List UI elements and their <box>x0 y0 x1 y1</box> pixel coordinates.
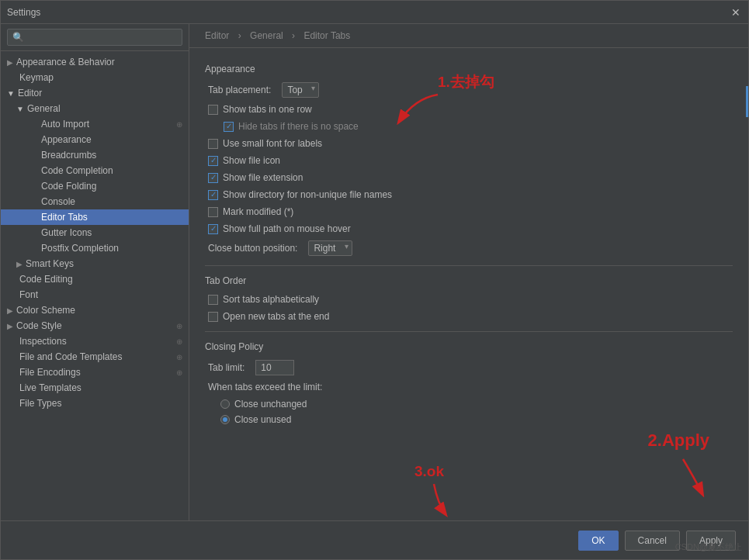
titlebar: Settings ✕ <box>1 1 748 24</box>
settings-window: Settings ✕ ▶ Appearance & Behavior Keyma… <box>0 0 749 560</box>
divider-2 <box>205 331 733 332</box>
show-file-ext-row: Show file extension <box>205 172 733 183</box>
sidebar-item-gutter-icons[interactable]: Gutter Icons <box>1 225 189 240</box>
sort-tabs-row: Sort tabs alphabetically <box>205 294 733 305</box>
sidebar-item-postfix-completion[interactable]: Postfix Completion <box>1 240 189 256</box>
show-file-icon-label: Show file icon <box>223 155 280 166</box>
sidebar-item-smart-keys[interactable]: ▶ Smart Keys <box>1 256 189 271</box>
sidebar-item-code-completion[interactable]: Code Completion <box>1 163 189 178</box>
close-button[interactable]: ✕ <box>730 6 742 19</box>
when-exceed-label: When tabs exceed the limit: <box>208 382 322 392</box>
expand-arrow: ▶ <box>16 260 23 268</box>
sidebar-label: Color Scheme <box>16 305 75 316</box>
show-directory-row: Show directory for non-unique file names <box>205 189 733 200</box>
tab-placement-row: Tab placement: Top <box>205 82 733 98</box>
sort-tabs-label: Sort tabs alphabetically <box>223 294 319 305</box>
close-btn-position-row: Close button position: Right <box>205 240 733 256</box>
small-font-checkbox[interactable] <box>208 139 218 149</box>
expand-arrow: ▼ <box>7 89 15 98</box>
sidebar-item-color-scheme[interactable]: ▶ Color Scheme <box>1 302 189 318</box>
sidebar-icon: ⊕ <box>176 353 182 361</box>
when-exceed-row: When tabs exceed the limit: <box>205 382 733 392</box>
sidebar-item-live-templates[interactable]: Live Templates <box>1 380 189 396</box>
sidebar-item-code-editing[interactable]: Code Editing <box>1 271 189 287</box>
footer: OK Cancel Apply <box>1 520 748 559</box>
sidebar-label: Code Folding <box>41 181 96 192</box>
sidebar-label: Code Style <box>16 320 62 331</box>
cancel-button[interactable]: Cancel <box>625 531 680 551</box>
mark-modified-label: Mark modified (*) <box>223 206 293 217</box>
mark-modified-checkbox[interactable] <box>208 207 218 217</box>
sidebar-label: Code Completion <box>41 165 113 176</box>
sidebar-item-editor[interactable]: ▼ Editor <box>1 85 189 101</box>
expand-arrow: ▼ <box>16 105 24 113</box>
sidebar-item-file-types[interactable]: File Types <box>1 396 189 411</box>
show-file-ext-checkbox[interactable] <box>208 173 218 183</box>
sidebar-item-file-encodings[interactable]: File Encodings ⊕ <box>1 365 189 380</box>
sidebar-item-font[interactable]: Font <box>1 287 189 302</box>
close-btn-dropdown[interactable]: Right <box>308 240 352 256</box>
sidebar-item-auto-import[interactable]: Auto Import ⊕ <box>1 116 189 132</box>
show-full-path-row: Show full path on mouse hover <box>205 223 733 234</box>
sidebar-icon: ⊕ <box>176 322 182 330</box>
tab-limit-label: Tab limit: <box>208 362 244 373</box>
sidebar-label: Appearance <box>41 134 92 145</box>
sidebar-label: Gutter Icons <box>41 227 92 238</box>
show-tabs-checkbox-wrap: Show tabs in one row <box>208 104 312 115</box>
sidebar-item-breadcrumbs[interactable]: Breadcrumbs <box>1 147 189 163</box>
tab-limit-input[interactable] <box>255 360 294 375</box>
sidebar-item-appearance-behavior[interactable]: ▶ Appearance & Behavior <box>1 54 189 70</box>
sidebar-item-inspections[interactable]: Inspections ⊕ <box>1 334 189 349</box>
hide-tabs-checkbox[interactable] <box>224 122 234 132</box>
close-unchanged-radio[interactable] <box>220 399 230 409</box>
open-new-tabs-row: Open new tabs at the end <box>205 311 733 322</box>
sidebar-item-appearance[interactable]: Appearance <box>1 132 189 147</box>
sidebar-label: Inspections <box>19 336 67 347</box>
sidebar-item-code-folding[interactable]: Code Folding <box>1 178 189 194</box>
sort-tabs-checkbox[interactable] <box>208 295 218 305</box>
sidebar-item-console[interactable]: Console <box>1 194 189 209</box>
close-unchanged-row: Close unchanged <box>205 399 733 410</box>
close-btn-label: Close button position: <box>208 243 297 254</box>
sidebar-label: Keymap <box>19 72 54 83</box>
sidebar-item-file-code-templates[interactable]: File and Code Templates ⊕ <box>1 349 189 365</box>
expand-arrow: ▶ <box>7 58 13 67</box>
show-file-icon-checkbox[interactable] <box>208 156 218 166</box>
sidebar-label: Console <box>41 196 75 207</box>
open-new-tabs-checkbox[interactable] <box>208 312 218 322</box>
expand-arrow: ▶ <box>7 322 13 330</box>
sidebar: ▶ Appearance & Behavior Keymap ▼ Editor … <box>1 24 189 520</box>
settings-content: Appearance Tab placement: Top Show tabs … <box>189 48 748 520</box>
show-file-icon-wrap: Show file icon <box>208 155 280 166</box>
ok-button[interactable]: OK <box>578 531 618 551</box>
expand-arrow: ▶ <box>7 306 13 315</box>
tab-placement-dropdown[interactable]: Top <box>282 82 319 98</box>
tab-limit-row: Tab limit: <box>205 360 733 375</box>
sidebar-item-code-style[interactable]: ▶ Code Style ⊕ <box>1 318 189 334</box>
watermark: CSDN@夏不绝止 <box>675 541 742 553</box>
sidebar-item-general[interactable]: ▼ General <box>1 101 189 116</box>
show-tabs-checkbox[interactable] <box>208 105 218 115</box>
sidebar-label: File Encodings <box>19 367 81 378</box>
small-font-label: Use small font for labels <box>223 138 322 149</box>
divider-1 <box>205 265 733 266</box>
sidebar-icon: ⊕ <box>176 337 182 346</box>
breadcrumb-editor-tabs: Editor Tabs <box>303 30 350 41</box>
sort-tabs-wrap: Sort tabs alphabetically <box>208 294 319 305</box>
show-directory-wrap: Show directory for non-unique file names <box>208 189 392 200</box>
hide-tabs-label: Hide tabs if there is no space <box>238 121 359 132</box>
show-directory-checkbox[interactable] <box>208 190 218 200</box>
close-unused-radio[interactable] <box>220 415 230 424</box>
sidebar-label: Auto Import <box>41 119 89 130</box>
sidebar-item-editor-tabs[interactable]: Editor Tabs <box>1 209 189 225</box>
window-controls: ✕ <box>730 6 742 19</box>
show-full-path-label: Show full path on mouse hover <box>223 223 351 234</box>
hide-tabs-checkbox-wrap: Hide tabs if there is no space <box>224 121 359 132</box>
sidebar-item-keymap[interactable]: Keymap <box>1 70 189 85</box>
close-unused-label: Close unused <box>234 414 291 425</box>
small-font-checkbox-wrap: Use small font for labels <box>208 138 322 149</box>
sidebar-label: General <box>27 103 61 114</box>
tab-placement-dropdown-wrap: Top <box>282 82 319 98</box>
search-input[interactable] <box>7 29 182 46</box>
show-full-path-checkbox[interactable] <box>208 224 218 234</box>
